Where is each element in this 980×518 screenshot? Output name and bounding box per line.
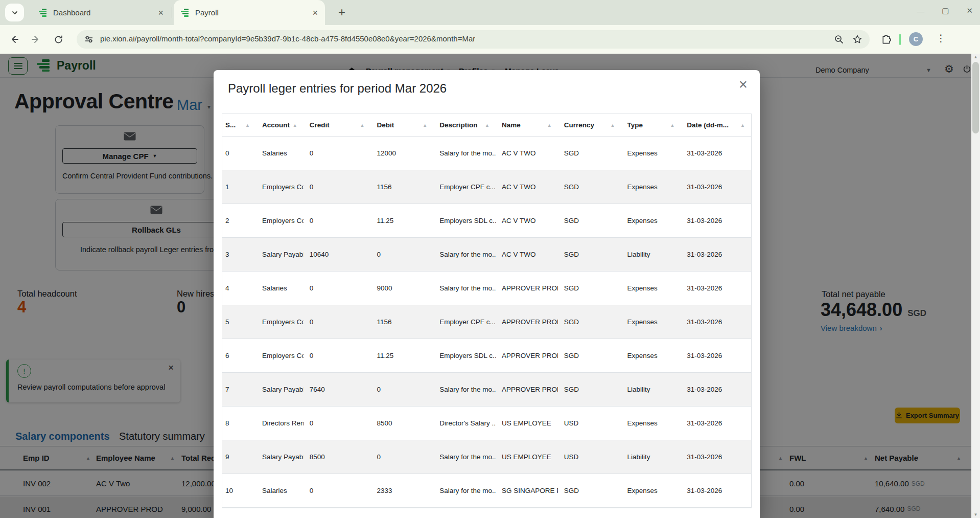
modal-close-icon[interactable]: × <box>739 77 748 92</box>
sort-icon[interactable]: ▲ <box>293 123 297 128</box>
sort-icon[interactable]: ▲ <box>740 123 745 128</box>
ledger-cell: Expenses <box>621 487 681 494</box>
ledger-cell: 10 <box>222 487 256 494</box>
payroll-logo-icon <box>181 8 190 17</box>
ledger-cell: SGD <box>558 318 621 326</box>
new-tab-button[interactable]: + <box>335 5 349 19</box>
sort-icon[interactable]: ▲ <box>245 123 250 128</box>
ledger-cell: 31-03-2026 <box>681 487 751 494</box>
ledger-cell: Employers SDL c... <box>433 352 496 359</box>
ledger-cell: Expenses <box>621 419 681 427</box>
ledger-cell: 31-03-2026 <box>681 251 751 258</box>
profile-avatar[interactable]: C <box>909 32 923 46</box>
chevron-down-icon <box>11 9 18 16</box>
column-label: Name <box>502 121 521 129</box>
ledger-cell: Expenses <box>621 352 681 359</box>
column-label: Type <box>627 121 643 129</box>
ledger-cell: SGD <box>558 251 621 258</box>
ledger-column-header[interactable]: Date (dd-m...▲ <box>681 114 751 136</box>
ledger-cell: 8 <box>222 419 256 427</box>
sort-icon[interactable]: ▲ <box>423 123 427 128</box>
ledger-cell: Expenses <box>621 217 681 224</box>
forward-icon <box>31 34 41 44</box>
ledger-column-header[interactable]: S...▲ <box>222 114 256 136</box>
site-settings-icon[interactable] <box>83 33 95 46</box>
browser-menu-icon[interactable]: ⋮ <box>936 32 946 44</box>
page-scrollbar[interactable]: ▲ ▼ <box>971 54 980 518</box>
ledger-cell: 31-03-2026 <box>681 318 751 326</box>
tab-close-icon[interactable]: × <box>158 8 164 17</box>
column-label: Account <box>262 121 290 129</box>
scroll-down-icon[interactable]: ▼ <box>971 512 980 517</box>
ledger-cell: Salary for the mo... <box>433 386 496 393</box>
ledger-cell: 9000 <box>370 284 433 292</box>
ledger-column-header[interactable]: Currency▲ <box>558 114 621 136</box>
ledger-cell: 5 <box>222 318 256 326</box>
ledger-cell: Employers Contr... <box>256 217 304 224</box>
ledger-cell: 0 <box>370 386 433 393</box>
zoom-out-icon[interactable] <box>833 33 845 46</box>
tab-dashboard[interactable]: Dashboard × <box>32 0 171 25</box>
ledger-column-header[interactable]: Debit▲ <box>370 114 433 136</box>
ledger-cell: Employer CPF c... <box>433 318 496 326</box>
extensions-icon[interactable] <box>880 33 892 46</box>
ledger-column-header[interactable]: Type▲ <box>621 114 681 136</box>
tab-search-button[interactable] <box>5 4 24 21</box>
ledger-cell: 11.25 <box>370 352 433 359</box>
forward-button[interactable] <box>30 33 42 46</box>
bookmark-star-icon[interactable] <box>851 33 864 46</box>
ledger-cell: Employer CPF c... <box>433 183 496 191</box>
back-icon <box>9 34 19 44</box>
address-bar[interactable]: pie.xion.ai/payroll/month-total?companyI… <box>77 30 870 49</box>
tab-close-icon[interactable]: × <box>312 8 318 17</box>
window-close-button[interactable]: ✕ <box>966 6 973 15</box>
scroll-up-icon[interactable]: ▲ <box>971 55 980 59</box>
ledger-modal: Payroll leger entries for period Mar 202… <box>214 70 760 518</box>
ledger-cell: Salaries <box>256 487 304 494</box>
ledger-cell: 0 <box>304 318 371 326</box>
ledger-column-header[interactable]: Description▲ <box>433 114 496 136</box>
ledger-cell: Expenses <box>621 284 681 292</box>
ledger-cell: 31-03-2026 <box>681 352 751 359</box>
ledger-cell: Salary for the mo... <box>433 251 496 258</box>
sort-icon[interactable]: ▲ <box>670 123 674 128</box>
ledger-cell: Liability <box>621 453 681 461</box>
ledger-row: 2Employers Contr...011.25Employers SDL c… <box>222 204 751 238</box>
scrollbar-thumb[interactable] <box>972 62 979 133</box>
ledger-row: 5Employers Contr...01156Employer CPF c..… <box>222 305 751 339</box>
ledger-cell: 31-03-2026 <box>681 149 751 157</box>
ledger-cell: 0 <box>304 284 371 292</box>
sort-icon[interactable]: ▲ <box>547 123 552 128</box>
ledger-cell: APPROVER PROD <box>496 386 558 393</box>
ledger-cell: 31-03-2026 <box>681 284 751 292</box>
ledger-column-header[interactable]: Credit▲ <box>304 114 371 136</box>
column-label: S... <box>225 121 236 129</box>
reload-button[interactable] <box>52 33 64 46</box>
ledger-cell: 10640 <box>304 251 371 258</box>
back-button[interactable] <box>8 33 20 46</box>
ledger-cell: APPROVER PROD <box>496 352 558 359</box>
ledger-column-header[interactable]: Account▲ <box>256 114 304 136</box>
ledger-cell: 4 <box>222 284 256 292</box>
ledger-cell: AC V TWO <box>496 251 558 258</box>
ledger-cell: 12000 <box>370 149 433 157</box>
ledger-cell: Directors Remun... <box>256 419 304 427</box>
sort-icon[interactable]: ▲ <box>611 123 615 128</box>
ledger-cell: 31-03-2026 <box>681 183 751 191</box>
ledger-cell: US EMPLOYEE <box>496 419 558 427</box>
maximize-button[interactable]: ▢ <box>942 6 949 15</box>
ledger-cell: 8500 <box>370 419 433 427</box>
ledger-cell: Expenses <box>621 183 681 191</box>
ledger-cell: SGD <box>558 284 621 292</box>
sort-icon[interactable]: ▲ <box>360 123 365 128</box>
ledger-cell: Director's Salary ... <box>433 419 496 427</box>
sort-icon[interactable]: ▲ <box>485 123 489 128</box>
tab-payroll[interactable]: Payroll × <box>174 0 325 25</box>
ledger-cell: 0 <box>304 419 371 427</box>
ledger-column-header[interactable]: Name▲ <box>496 114 558 136</box>
ledger-cell: SGD <box>558 386 621 393</box>
ledger-cell: Salary for the mo... <box>433 453 496 461</box>
ledger-cell: 3 <box>222 251 256 258</box>
minimize-button[interactable]: — <box>917 7 924 15</box>
ledger-cell: SGD <box>558 352 621 359</box>
